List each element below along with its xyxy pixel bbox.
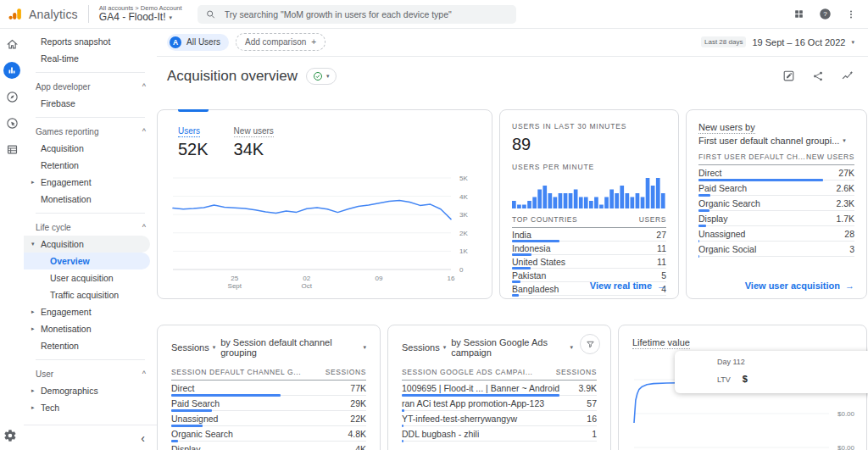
more-vert-icon[interactable] xyxy=(846,8,856,20)
nav-divider xyxy=(36,117,145,118)
sidebar-item-engagement[interactable]: ▸Engagement xyxy=(24,303,157,320)
collapse-section-icon[interactable]: ^ xyxy=(142,369,146,378)
row-label: ran ACi test App promotion-App-123 xyxy=(402,398,549,408)
advertising-icon[interactable] xyxy=(3,114,20,131)
table-row: Paid Search2.6K xyxy=(698,181,854,196)
metric-selector[interactable]: Sessions ▾ xyxy=(171,342,215,353)
arrow-right-icon[interactable]: ▸ xyxy=(31,308,35,315)
filter-icon xyxy=(586,340,595,349)
help-icon[interactable]: ? xyxy=(819,8,832,20)
account-switcher[interactable]: All accounts > Demo Account GA4 - Flood-… xyxy=(88,5,182,23)
table-row: Direct77K xyxy=(171,381,366,396)
new-users-value: 34K xyxy=(234,140,274,159)
home-icon[interactable] xyxy=(3,36,20,53)
collapse-section-icon[interactable]: ^ xyxy=(142,82,146,91)
arrow-right-icon[interactable]: ▸ xyxy=(31,404,35,411)
all-users-chip[interactable]: A All Users xyxy=(167,34,229,51)
explore-icon[interactable] xyxy=(3,88,20,105)
dimension-selector[interactable]: First user default channel groupi... ▾ xyxy=(698,136,854,146)
view-user-acquisition-link[interactable]: View user acquisition → xyxy=(745,281,854,291)
apps-grid-icon[interactable] xyxy=(793,8,804,19)
row-label: Direct xyxy=(171,383,199,393)
sidebar-section-app-developer[interactable]: App developer^ xyxy=(24,78,157,95)
svg-text:Oct: Oct xyxy=(302,282,313,290)
sidebar-item-real-time[interactable]: Real-time xyxy=(24,50,157,67)
view-real-time-link[interactable]: View real time → xyxy=(590,281,666,291)
table-row: DDL bugbash - zhili1 xyxy=(402,426,597,442)
tab-new-users[interactable]: New users 34K xyxy=(234,122,274,159)
chevron-down-icon: ▾ xyxy=(363,344,366,351)
sidebar-item-engagement[interactable]: ▸Engagement xyxy=(24,174,157,191)
sidebar-item-acquisition[interactable]: Acquisition xyxy=(24,140,157,157)
table-row: YT-infeed-test-sherrywangyw16 xyxy=(402,411,597,426)
customize-report-icon[interactable] xyxy=(782,69,795,82)
sidebar-item-retention[interactable]: Retention xyxy=(24,157,157,174)
reports-icon[interactable] xyxy=(3,62,20,79)
sidebar-section-life-cycle[interactable]: Life cycle^ xyxy=(24,219,157,236)
users-trend-card: Users 52K New users 34K 01K2K3K4K5K25Sep… xyxy=(157,109,492,299)
search-input[interactable] xyxy=(223,8,508,20)
add-icon: + xyxy=(311,37,316,47)
chevron-down-icon: ▾ xyxy=(570,344,573,351)
tab-users[interactable]: Users 52K xyxy=(178,122,209,159)
svg-text:5K: 5K xyxy=(459,175,468,182)
sidebar-item-monetisation[interactable]: Monetisation xyxy=(24,191,157,208)
row-label: Paid Search xyxy=(698,183,752,193)
sidebar-item-overview[interactable]: Overview xyxy=(24,253,150,269)
arrow-down-icon[interactable]: ▾ xyxy=(31,241,35,247)
table-row: 1009695 | Flood-it ... | Banner ~ Androi… xyxy=(402,381,597,396)
sidebar-item-acquisition[interactable]: ▾Acquisition xyxy=(24,236,150,253)
metric-selector[interactable]: Sessions ▾ xyxy=(402,342,446,353)
data-quality-badge[interactable]: ▾ xyxy=(306,68,337,85)
sidebar-item-traffic-acquisition[interactable]: Traffic acquisition xyxy=(24,286,157,303)
row-value: 11 xyxy=(657,257,666,267)
filter-button[interactable] xyxy=(580,334,600,354)
countries-col-header: TOP COUNTRIES xyxy=(512,215,577,224)
search-bar[interactable] xyxy=(198,5,516,24)
row-value: 5 xyxy=(661,270,666,281)
settings-gear-icon[interactable] xyxy=(3,429,17,442)
arrow-right-icon[interactable]: ▸ xyxy=(31,179,35,186)
sidebar-item-demographics[interactable]: ▸Demographics xyxy=(24,382,157,399)
sidebar-item-retention[interactable]: Retention xyxy=(24,337,157,354)
share-icon[interactable] xyxy=(812,70,824,82)
sidebar-item-monetisation[interactable]: ▸Monetisation xyxy=(24,320,157,337)
dimension-selector[interactable]: by Session Google Ads campaign ▾ xyxy=(451,337,573,358)
row-label: Display xyxy=(171,444,205,450)
svg-text:09: 09 xyxy=(376,275,383,282)
collapse-section-icon[interactable]: ^ xyxy=(142,127,146,136)
row-label: India xyxy=(512,230,537,240)
row-value: 16 xyxy=(587,414,597,424)
insights-icon[interactable] xyxy=(841,69,854,82)
add-comparison-button[interactable]: Add comparison + xyxy=(236,33,326,51)
nav-item-label: Engagement xyxy=(41,307,92,317)
sessions-campaign-table: 1009695 | Flood-it ... | Banner ~ Androi… xyxy=(402,381,597,442)
page-header: Acquisition overview ▾ xyxy=(157,57,868,95)
brand-name: Analytics xyxy=(29,8,78,21)
library-icon[interactable] xyxy=(3,141,20,158)
collapse-section-icon[interactable]: ^ xyxy=(142,223,146,231)
new-users-by-title: New users by xyxy=(698,122,755,134)
sidebar-section-games-reporting[interactable]: Games reporting^ xyxy=(24,123,157,140)
date-range-picker[interactable]: Last 28 days 19 Sept – 16 Oct 2022 ▾ xyxy=(701,36,854,47)
sidebar-section-user[interactable]: User^ xyxy=(24,365,157,382)
sidebar-item-reports-snapshot[interactable]: Reports snapshot xyxy=(24,33,157,50)
sidebar-item-tech[interactable]: ▸Tech xyxy=(24,399,157,416)
lifetime-value-title: Lifetime value xyxy=(632,337,690,349)
page-title: Acquisition overview xyxy=(167,68,298,85)
row-label: Paid Search xyxy=(171,398,225,408)
row-label: Indonesia xyxy=(512,243,556,253)
row-value: 3 xyxy=(849,244,854,254)
analytics-logo[interactable]: Analytics xyxy=(8,7,88,21)
arrow-right-icon[interactable]: ▸ xyxy=(31,387,35,394)
dimension-selector[interactable]: by Session default channel grouping ▾ xyxy=(220,337,366,358)
sidebar-item-user-acquisition[interactable]: User acquisition xyxy=(24,269,157,286)
arrow-right-icon[interactable]: ▸ xyxy=(31,325,35,332)
row-value: 3.9K xyxy=(578,383,597,393)
sidebar-item-firebase[interactable]: Firebase xyxy=(24,95,157,112)
collapse-sidebar-icon[interactable]: ‹ xyxy=(141,432,145,444)
row-label: United States xyxy=(512,257,570,267)
nav-item-label: Retention xyxy=(41,341,79,351)
nav-item-label: Tech xyxy=(41,403,59,413)
tooltip-metric-value: $ xyxy=(743,374,748,384)
